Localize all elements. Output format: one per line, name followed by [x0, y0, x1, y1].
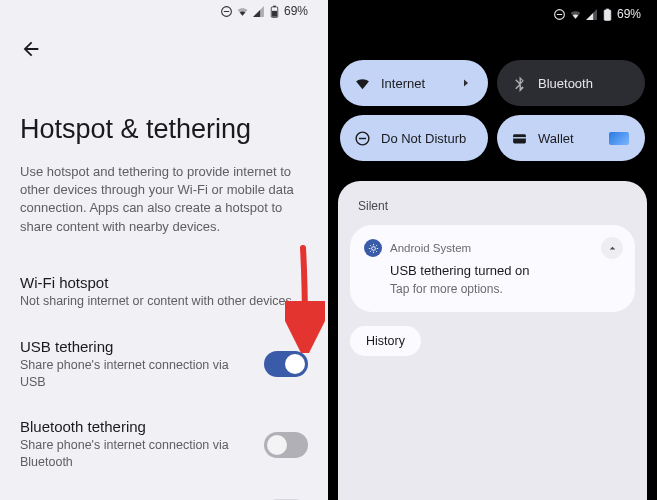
- chevron-right-icon: [460, 77, 472, 89]
- settings-pane: 69% Hotspot & tethering Use hotspot and …: [0, 0, 328, 500]
- dnd-status-icon: [220, 5, 233, 18]
- usb-tethering-title: USB tethering: [20, 338, 252, 355]
- svg-rect-2: [272, 10, 277, 16]
- usb-tethering-item[interactable]: USB tethering Share phone's internet con…: [20, 324, 308, 405]
- back-button[interactable]: [20, 18, 308, 64]
- usb-tethering-toggle[interactable]: [264, 351, 308, 377]
- notification-subtitle: Tap for more options.: [364, 282, 621, 296]
- tile-bluetooth[interactable]: Bluetooth: [497, 60, 645, 106]
- battery-percent: 69%: [617, 7, 641, 21]
- wallet-card-icon: [609, 132, 629, 145]
- history-chip[interactable]: History: [350, 326, 421, 356]
- signal-status-icon: [252, 5, 265, 18]
- svg-rect-9: [513, 137, 526, 138]
- android-system-icon: [364, 239, 382, 257]
- wifi-status-icon: [236, 5, 249, 18]
- wallet-icon: [511, 130, 528, 147]
- page-title: Hotspot & tethering: [20, 114, 308, 145]
- wifi-icon: [354, 75, 371, 92]
- ethernet-tethering-item: Ethernet tethering: [20, 485, 308, 500]
- notification-collapse-button[interactable]: [601, 237, 623, 259]
- dnd-icon: [354, 130, 371, 147]
- status-bar-right: 69%: [338, 0, 647, 24]
- svg-rect-8: [513, 134, 526, 143]
- quick-settings-tiles: Internet Bluetooth Do Not Disturb Wallet: [338, 60, 647, 161]
- notification-shade-pane: 69% Internet Bluetooth Do Not Disturb Wa…: [328, 0, 657, 500]
- silent-section-label: Silent: [350, 199, 635, 213]
- bluetooth-tethering-toggle[interactable]: [264, 432, 308, 458]
- wifi-hotspot-sub: Not sharing internet or content with oth…: [20, 293, 308, 310]
- tile-dnd[interactable]: Do Not Disturb: [340, 115, 488, 161]
- chevron-up-icon: [607, 243, 618, 254]
- notification-app-name: Android System: [390, 242, 471, 254]
- svg-rect-4: [606, 8, 609, 9]
- usb-tethering-sub: Share phone's internet connection via US…: [20, 357, 252, 391]
- dnd-status-icon: [553, 8, 566, 21]
- battery-status-icon: [601, 8, 614, 21]
- wifi-status-icon: [569, 8, 582, 21]
- svg-point-10: [371, 246, 375, 250]
- tile-wallet[interactable]: Wallet: [497, 115, 645, 161]
- tile-dnd-label: Do Not Disturb: [381, 131, 466, 146]
- svg-rect-7: [359, 137, 366, 138]
- svg-rect-5: [605, 13, 610, 19]
- wifi-hotspot-item[interactable]: Wi-Fi hotspot Not sharing internet or co…: [20, 260, 308, 324]
- battery-status-icon: [268, 5, 281, 18]
- tile-wallet-label: Wallet: [538, 131, 574, 146]
- page-description: Use hotspot and tethering to provide int…: [20, 163, 308, 236]
- status-bar-left: 69%: [20, 0, 308, 18]
- bluetooth-tethering-sub: Share phone's internet connection via Bl…: [20, 437, 252, 471]
- battery-percent: 69%: [284, 4, 308, 18]
- bluetooth-tethering-item[interactable]: Bluetooth tethering Share phone's intern…: [20, 404, 308, 485]
- bluetooth-tethering-title: Bluetooth tethering: [20, 418, 252, 435]
- tile-internet-label: Internet: [381, 76, 425, 91]
- bluetooth-icon: [511, 75, 528, 92]
- notification-title: USB tethering turned on: [364, 263, 621, 278]
- tile-bluetooth-label: Bluetooth: [538, 76, 593, 91]
- back-arrow-icon: [20, 38, 42, 60]
- wifi-hotspot-title: Wi-Fi hotspot: [20, 274, 308, 291]
- history-label: History: [366, 334, 405, 348]
- notification-list: Silent Android System USB tethering turn…: [338, 181, 647, 500]
- notification-card[interactable]: Android System USB tethering turned on T…: [350, 225, 635, 312]
- signal-status-icon: [585, 8, 598, 21]
- tile-internet[interactable]: Internet: [340, 60, 488, 106]
- svg-rect-1: [273, 5, 276, 6]
